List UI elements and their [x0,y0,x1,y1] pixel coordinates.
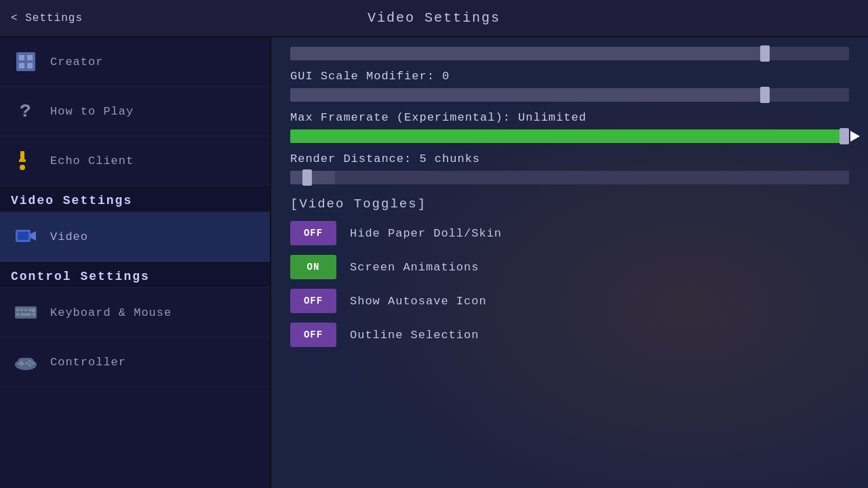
how-to-play-icon: ? [14,99,38,123]
max-framerate-fill [290,129,849,143]
keyboard-icon [14,300,38,325]
toggle-btn-hide-paper-doll[interactable]: OFF [290,221,336,245]
sidebar-item-creator[interactable]: Creator [0,37,270,87]
keyboard-label: Keyboard & Mouse [50,306,172,319]
toggle-btn-screen-animations[interactable]: ON [290,255,336,279]
max-framerate-label: Max Framerate (Experimental): Unlimited [290,111,849,124]
creator-label: Creator [50,56,103,68]
render-distance-slider-track[interactable] [290,171,849,184]
slider-top-partial [290,47,849,60]
svg-rect-11 [15,306,37,319]
echo-client-icon [14,148,38,173]
sidebar: Creator ? How to Play Echo Client Video … [0,37,271,488]
gui-scale-slider-track[interactable] [290,88,849,102]
svg-rect-1 [19,55,24,60]
echo-client-label: Echo Client [50,155,134,167]
svg-rect-17 [16,313,19,316]
toggle-hide-paper-doll: OFF Hide Paper Doll/Skin [290,221,849,245]
main-layout: Creator ? How to Play Echo Client Video … [0,37,868,488]
svg-marker-9 [31,231,36,241]
toggles-header: [Video Toggles] [290,197,849,211]
sidebar-item-echo-client[interactable]: Echo Client [0,136,270,186]
svg-rect-2 [19,63,24,68]
svg-rect-24 [18,363,24,365]
max-framerate-thumb[interactable] [840,128,849,144]
svg-rect-5 [20,151,24,161]
toggle-label-screen-animations: Screen Animations [350,261,479,274]
toggle-label-hide-paper-doll: Hide Paper Doll/Skin [350,227,502,240]
back-button[interactable]: < Settings [11,12,83,24]
render-distance-thumb[interactable] [302,169,312,186]
svg-point-20 [31,308,35,312]
svg-rect-4 [27,63,33,68]
gui-scale-fill [290,88,765,102]
page-title: Video Settings [368,10,500,26]
control-settings-header: Control Settings [0,262,270,288]
svg-rect-10 [18,232,28,240]
back-label: < Settings [11,12,83,24]
toggle-outline-selection: OFF Outline Selection [290,323,849,347]
render-distance-label: Render Distance: 5 chunks [290,152,849,165]
svg-rect-6 [19,159,26,162]
gui-scale-thumb[interactable] [760,87,770,103]
gui-scale-label: GUI Scale Modifier: 0 [290,70,849,83]
video-label: Video [50,230,88,243]
svg-rect-3 [27,55,33,60]
svg-rect-12 [16,308,19,311]
svg-rect-15 [28,308,31,311]
video-settings-header: Video Settings [0,186,270,212]
svg-point-27 [28,364,31,367]
toggle-btn-show-autosave[interactable]: OFF [290,289,336,313]
toggle-screen-animations: ON Screen Animations [290,255,849,279]
svg-point-7 [20,165,25,170]
svg-point-26 [31,362,34,365]
max-framerate-slider-track[interactable] [290,129,849,143]
svg-rect-14 [24,308,27,311]
svg-rect-19 [33,313,35,316]
svg-point-25 [28,360,31,363]
controller-icon [14,350,38,374]
sidebar-item-keyboard-mouse[interactable]: Keyboard & Mouse [0,288,270,338]
sidebar-item-how-to-play[interactable]: ? How to Play [0,87,270,136]
toggle-label-outline-selection: Outline Selection [350,329,479,342]
toggle-show-autosave: OFF Show Autosave Icon [290,289,849,313]
svg-rect-18 [20,313,31,316]
content-area: GUI Scale Modifier: 0 Max Framerate (Exp… [271,37,868,488]
svg-point-28 [26,362,28,365]
toggle-label-show-autosave: Show Autosave Icon [350,295,487,308]
slider-thumb-partial[interactable] [760,45,770,62]
sidebar-item-video[interactable]: Video [0,212,270,262]
render-distance-fill [290,171,335,184]
content-inner: GUI Scale Modifier: 0 Max Framerate (Exp… [271,37,868,375]
controller-label: Controller [50,356,126,369]
how-to-play-label: How to Play [50,105,134,118]
video-icon [14,224,38,249]
slider-track-partial[interactable] [290,47,849,60]
svg-rect-13 [20,308,23,311]
toggle-btn-outline-selection[interactable]: OFF [290,323,336,347]
sidebar-item-controller[interactable]: Controller [0,338,270,387]
creator-icon [14,49,38,74]
top-bar: < Settings Video Settings [0,0,868,37]
